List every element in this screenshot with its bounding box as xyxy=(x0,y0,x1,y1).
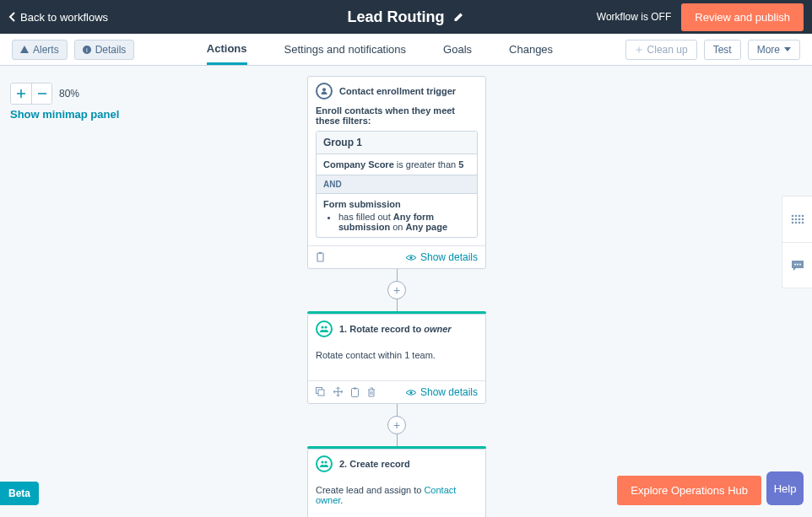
svg-rect-4 xyxy=(319,252,322,254)
svg-point-16 xyxy=(794,215,797,218)
trigger-title: Contact enrollment trigger xyxy=(339,86,456,96)
svg-point-7 xyxy=(324,326,327,328)
chevron-left-icon xyxy=(8,12,17,22)
svg-rect-9 xyxy=(318,390,324,396)
workflow-canvas: 80% Show minimap panel Contact enrollmen… xyxy=(0,66,812,517)
action1-body: Rotate contact within 1 team. xyxy=(308,343,485,380)
alerts-button[interactable]: Alerts xyxy=(12,40,68,60)
zoom-out-button[interactable] xyxy=(31,83,51,104)
action-rotate-card[interactable]: 1. Rotate record to owner Rotate contact… xyxy=(307,314,486,404)
page-title: Lead Routing xyxy=(348,8,445,26)
tab-goals[interactable]: Goals xyxy=(443,34,472,65)
info-icon: i xyxy=(83,46,91,54)
edit-title-icon[interactable] xyxy=(453,11,465,23)
back-to-workflows-link[interactable]: Back to workflows xyxy=(8,11,108,24)
help-button[interactable]: Help xyxy=(766,471,804,505)
clipboard-icon[interactable] xyxy=(351,387,359,397)
team-icon xyxy=(316,320,333,337)
svg-point-18 xyxy=(801,215,804,218)
svg-point-6 xyxy=(321,326,323,328)
svg-point-12 xyxy=(409,391,412,394)
svg-point-24 xyxy=(794,222,797,224)
action1-title: 1. Rotate record to owner xyxy=(339,324,452,334)
zoom-in-button[interactable] xyxy=(11,83,31,104)
alert-icon xyxy=(20,46,29,54)
svg-point-19 xyxy=(791,218,793,221)
contact-icon xyxy=(316,83,333,100)
show-details-action1[interactable]: Show details xyxy=(405,386,478,398)
details-label: Details xyxy=(95,44,127,56)
svg-rect-11 xyxy=(354,388,356,390)
svg-point-5 xyxy=(409,256,412,259)
trigger-card[interactable]: Contact enrollment trigger Enroll contac… xyxy=(307,76,486,269)
more-button[interactable]: More xyxy=(748,40,800,60)
tab-changes[interactable]: Changes xyxy=(509,34,553,65)
side-float-panel xyxy=(782,196,812,288)
zoom-level: 80% xyxy=(59,88,79,100)
alerts-label: Alerts xyxy=(33,44,59,56)
more-label: More xyxy=(757,44,780,56)
subnav: Alerts i Details Actions Settings and no… xyxy=(0,34,812,66)
svg-rect-10 xyxy=(352,389,359,397)
review-publish-button[interactable]: Review and publish xyxy=(681,3,804,31)
eye-icon xyxy=(405,389,417,396)
filter-form-submission: Form submission has filled out Any form … xyxy=(317,194,477,237)
clipboard-icon[interactable] xyxy=(316,252,325,262)
svg-point-29 xyxy=(799,263,801,265)
svg-point-21 xyxy=(798,218,800,221)
cleanup-label: Clean up xyxy=(647,44,688,56)
filter-company-score: Company Score is greater than 5 xyxy=(317,154,477,175)
team-icon xyxy=(316,455,333,472)
and-operator: AND xyxy=(317,175,477,194)
sparkle-icon xyxy=(635,46,643,54)
svg-point-28 xyxy=(797,263,798,265)
svg-point-2 xyxy=(322,88,326,91)
svg-point-15 xyxy=(791,215,793,218)
beta-badge[interactable]: Beta xyxy=(0,482,39,505)
svg-point-14 xyxy=(324,460,327,463)
copy-icon[interactable] xyxy=(316,387,325,397)
svg-rect-3 xyxy=(317,253,323,261)
svg-point-13 xyxy=(321,460,323,463)
topbar: Back to workflows Lead Routing Workflow … xyxy=(0,0,812,34)
show-minimap-link[interactable]: Show minimap panel xyxy=(10,108,119,121)
tab-actions[interactable]: Actions xyxy=(207,34,247,65)
add-action-node-2[interactable]: + xyxy=(387,416,406,434)
show-details-trigger[interactable]: Show details xyxy=(405,251,478,263)
workflow-status: Workflow is OFF xyxy=(597,11,671,23)
svg-point-23 xyxy=(791,222,793,224)
back-link-label: Back to workflows xyxy=(20,11,108,24)
add-action-node-1[interactable]: + xyxy=(387,281,406,299)
svg-point-20 xyxy=(794,218,797,221)
grid-icon-button[interactable] xyxy=(782,197,812,242)
svg-point-22 xyxy=(801,218,804,221)
test-button[interactable]: Test xyxy=(704,40,741,60)
svg-point-26 xyxy=(801,222,804,224)
delete-icon[interactable] xyxy=(367,387,376,397)
comment-icon-button[interactable] xyxy=(782,242,812,288)
action-create-card[interactable]: 2. Create record Create lead and assign … xyxy=(307,449,486,517)
chevron-down-icon xyxy=(784,47,791,51)
svg-point-27 xyxy=(794,263,796,265)
cleanup-button[interactable]: Clean up xyxy=(625,40,697,60)
group-label: Group 1 xyxy=(317,132,477,154)
action2-body: Create lead and assign to Contact owner. xyxy=(308,478,485,517)
explore-operations-hub-button[interactable]: Explore Operations Hub xyxy=(617,476,761,505)
action2-title: 2. Create record xyxy=(339,459,410,469)
eye-icon xyxy=(405,254,417,261)
enroll-text: Enroll contacts when they meet these fil… xyxy=(316,105,478,126)
svg-text:i: i xyxy=(86,46,88,54)
filter-group: Group 1 Company Score is greater than 5 … xyxy=(316,131,478,238)
details-button[interactable]: i Details xyxy=(74,40,135,60)
svg-point-25 xyxy=(798,222,800,224)
svg-point-17 xyxy=(798,215,800,218)
tab-settings[interactable]: Settings and notifications xyxy=(284,34,407,65)
move-icon[interactable] xyxy=(333,387,343,397)
zoom-controls: 80% xyxy=(10,83,79,105)
